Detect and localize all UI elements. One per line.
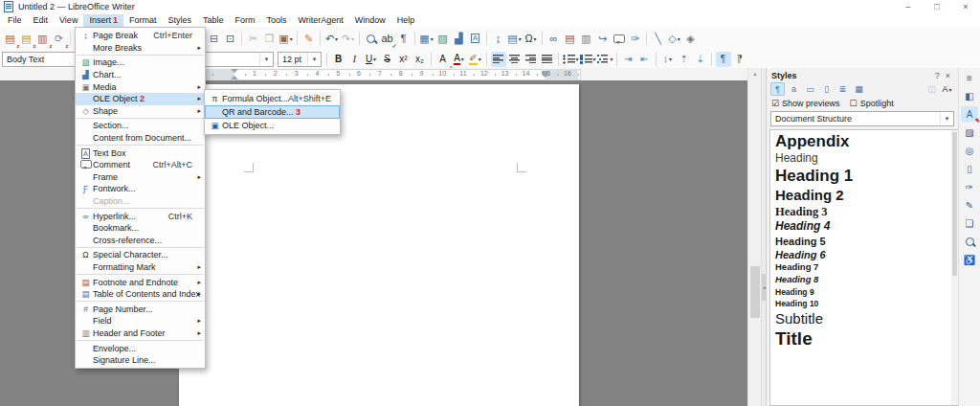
undo-dropdown-icon[interactable]: ▾ — [335, 35, 338, 42]
spelling[interactable]: ab✓ — [380, 30, 395, 47]
insert-menu-item-footnote-and-endnote[interactable]: ▤Footnote and Endnote▸ — [76, 276, 205, 288]
sidebar-tab-properties[interactable]: ◧ — [961, 88, 978, 103]
menubar-item-view[interactable]: View — [54, 14, 83, 27]
styles-close-button[interactable]: × — [943, 71, 953, 80]
subscript[interactable]: x₂ — [412, 52, 428, 67]
insert-menu-item-table-of-contents-and-index[interactable]: ▤Table of Contents and Index▸ — [76, 288, 205, 301]
insert-page-break[interactable]: ↨ — [491, 30, 506, 47]
menubar-item-form[interactable]: Form — [229, 14, 260, 27]
unordered-list-dropdown-icon[interactable]: ▾ — [576, 56, 579, 62]
menubar-item-window[interactable]: Window — [349, 14, 391, 27]
minimize-button[interactable]: – — [894, 0, 923, 13]
style-filter-combo[interactable]: Document Structure ▾ — [770, 111, 954, 126]
insert-menu-item-signature-line[interactable]: Signature Line... — [76, 354, 205, 367]
insert-menu-item-fontwork[interactable]: ƑFontwork... — [76, 183, 205, 195]
clone-formatting[interactable]: ✎ — [301, 30, 317, 47]
menubar-item-writeragent[interactable]: WriterAgent — [292, 14, 348, 27]
print[interactable]: ⊟ — [207, 30, 222, 47]
style-list-item[interactable]: Appendix — [773, 131, 950, 151]
sidebar-tab-styles[interactable]: A✎ — [961, 106, 978, 122]
list-styles-tab[interactable]: ≣ — [835, 82, 850, 96]
styles-help-button[interactable]: ? — [932, 71, 943, 80]
style-list-item[interactable]: Title — [773, 327, 950, 350]
ole-submenu-item-qr-and-barcode[interactable]: QR and Barcode... 3 — [205, 105, 340, 119]
maximize-button[interactable]: □ — [923, 0, 951, 13]
basic-shapes[interactable]: ◇▾ — [667, 30, 682, 47]
insert-menu-item-comment[interactable]: CommentCtrl+Alt+C — [76, 159, 205, 171]
decrease-paragraph-spacing[interactable]: ⇣ — [693, 52, 708, 67]
custom-icon-3[interactable]: ▥z — [35, 30, 51, 47]
insert-footnote[interactable]: ▤ — [563, 30, 578, 47]
font-size-combo[interactable]: 12 pt ▾ — [278, 52, 322, 67]
indent-marker[interactable] — [231, 69, 238, 79]
insert-field-dropdown-icon[interactable]: ▾ — [519, 35, 522, 42]
style-list-item[interactable]: Heading 4 — [773, 219, 950, 234]
menubar-item-file[interactable]: File — [2, 14, 28, 27]
print-preview[interactable]: ⊡ — [223, 30, 238, 47]
menubar-item-tools[interactable]: Tools — [260, 14, 292, 27]
style-list-item[interactable]: Heading 1 — [773, 166, 950, 186]
sidebar-tab-page[interactable]: ▯ — [961, 161, 978, 176]
custom-icon-2[interactable]: ▤z — [19, 30, 34, 47]
page-styles-tab[interactable]: ▯ — [819, 82, 834, 96]
style-list-item[interactable]: Heading 5 — [773, 235, 950, 248]
menubar-item-format[interactable]: Format — [123, 14, 163, 27]
insert-menu-item-frame[interactable]: Frame▸ — [76, 171, 205, 184]
style-filter-dropdown-icon[interactable]: ▾ — [940, 112, 953, 125]
menubar-item-insert[interactable]: Insert1 — [83, 14, 123, 27]
insert-table-dropdown-icon[interactable]: ▾ — [431, 35, 434, 42]
insert-menu-item-media[interactable]: ▣Media▸ — [76, 80, 205, 93]
spotlight-checkbox[interactable]: ☐ — [850, 99, 858, 108]
insert-menu-item-cross-reference[interactable]: Cross-reference... — [76, 235, 205, 247]
font-color-dropdown-icon[interactable]: ▾ — [461, 56, 464, 62]
clear-formatting[interactable]: Aₓ — [435, 52, 451, 67]
style-list-item[interactable]: Heading 2 — [773, 187, 950, 205]
highlight-color-dropdown-icon[interactable]: ▾ — [479, 56, 481, 62]
find-and-replace[interactable] — [364, 30, 379, 47]
insert-cross-reference[interactable]: ↪ — [595, 30, 611, 47]
style-list-item[interactable]: Heading — [773, 151, 950, 166]
paste[interactable]: ▣▾ — [278, 30, 294, 47]
frame-styles-tab[interactable]: ▭ — [803, 82, 817, 96]
formatting-marks[interactable]: ¶ — [396, 30, 412, 47]
insert-comment[interactable] — [612, 30, 627, 47]
insert-line[interactable]: ╲ — [651, 30, 666, 47]
decrease-indent[interactable]: ⇤ — [637, 52, 653, 67]
insert-menu-item-field[interactable]: Field▸ — [76, 315, 205, 327]
insert-menu-item-header-and-footer[interactable]: ▥Header and Footer▸ — [76, 327, 205, 340]
font-name-dropdown-icon[interactable]: ▾ — [259, 53, 273, 66]
style-list-item[interactable]: Heading 8 — [773, 274, 950, 286]
unordered-list[interactable]: ▾ — [563, 52, 579, 67]
paste-dropdown-icon[interactable]: ▾ — [290, 35, 293, 42]
scroll-up-arrow-icon[interactable]: ▲ — [748, 68, 762, 79]
sidebar-tab-accessibility-check[interactable]: ♿ — [961, 252, 978, 267]
custom-icon-4[interactable]: ⟳z — [52, 30, 67, 47]
sidebar-tab-navigator[interactable]: ◎ — [961, 143, 978, 158]
line-spacing[interactable]: ↕▾ — [660, 52, 676, 67]
insert-menu-item-chart[interactable]: ▟Chart... — [76, 69, 205, 81]
paragraph-styles-tab[interactable]: ¶ — [770, 82, 785, 96]
insert-menu-item-hyperlink[interactable]: ∞Hyperlink...Ctrl+K — [76, 210, 205, 222]
underline[interactable]: U▾ — [364, 52, 379, 67]
symbol-shapes[interactable]: ◈ — [683, 30, 699, 47]
sidebar-tab-design[interactable]: ❏ — [961, 215, 978, 231]
italic[interactable]: I — [347, 52, 363, 67]
sidebar-tab-style-inspector[interactable]: ✑ — [961, 179, 978, 194]
insert-menu-item-special-character[interactable]: ΩSpecial Character... — [76, 249, 205, 261]
font-size-dropdown-icon[interactable]: ▾ — [307, 53, 321, 66]
superscript[interactable]: x² — [396, 52, 412, 67]
ordered-list-dropdown-icon[interactable]: ▾ — [593, 56, 596, 62]
style-list-item[interactable]: Heading 6 — [773, 248, 950, 261]
right-to-left[interactable]: ¶ — [732, 52, 747, 67]
custom-icon-1[interactable]: ▤z — [3, 30, 18, 47]
track-changes[interactable]: ✑ — [628, 30, 643, 47]
style-list-item[interactable]: Heading 3 — [773, 204, 950, 219]
style-list-item[interactable]: Heading 10 — [773, 298, 950, 310]
vertical-scrollbar[interactable]: ▲ — [747, 68, 762, 406]
increase-paragraph-spacing[interactable]: ⇡ — [677, 52, 692, 67]
strikethrough[interactable]: S — [380, 52, 395, 67]
style-list-scrollbar-thumb[interactable] — [952, 132, 957, 276]
insert-menu-item-more-breaks[interactable]: More Breaks▸ — [76, 42, 205, 55]
increase-indent[interactable]: ⇥ — [621, 52, 636, 67]
align-right[interactable] — [523, 52, 539, 67]
